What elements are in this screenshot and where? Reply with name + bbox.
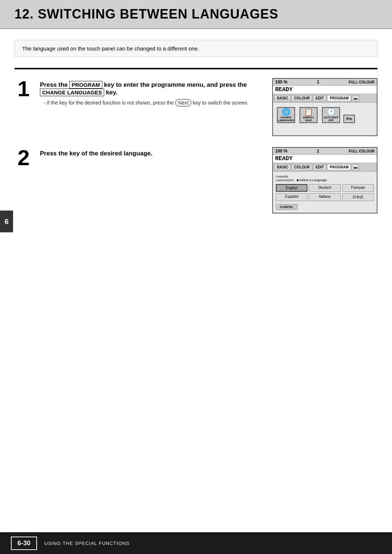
lang-italiano[interactable]: Italiano bbox=[309, 193, 340, 201]
screen-1-auto-shutoff-label: AUTO SHUT OFF bbox=[323, 116, 339, 122]
screen-2-tab-program[interactable]: PROGRAM bbox=[327, 164, 351, 170]
step-1-title-part1: Press the bbox=[40, 81, 69, 88]
page: 12. SWITCHING BETWEEN LANGUAGES The lang… bbox=[0, 0, 392, 554]
divider bbox=[15, 68, 377, 69]
step-2-title: Press the key of the desired language. bbox=[40, 150, 265, 157]
screen-1-energy-save-icon-box: 📋 ENERGY SAVE bbox=[299, 107, 318, 123]
screen-1-ready: READY bbox=[273, 86, 377, 94]
step-1-section: 1 Press the PROGRAM key to enter the pro… bbox=[15, 78, 377, 136]
screen-1-body: 🌐 CHANGELANGUAGES 📋 ENERGY SAVE bbox=[273, 103, 377, 135]
screen-1-auto-shutoff-btn[interactable]: 🕐 AUTO SHUT OFF bbox=[321, 107, 341, 123]
screen-2-mockup: 100 % 1 FULL COLOUR READY BASIC COLOUR E… bbox=[272, 147, 377, 213]
footer-text: USING THE SPECIAL FUNCTIONS bbox=[44, 541, 130, 546]
clock-icon: 🕐 bbox=[327, 108, 336, 115]
screen-2-tab-extra[interactable]: ▬ bbox=[352, 164, 359, 170]
screen-1-tab-colour[interactable]: COLOUR bbox=[291, 95, 312, 101]
page-number: 6-30 bbox=[11, 537, 37, 550]
lang-english[interactable]: English bbox=[276, 184, 307, 192]
breadcrumb-left: CHANGE LANGUAGES bbox=[276, 175, 294, 182]
lang-breadcrumb: CHANGE LANGUAGES ▶Select a Language bbox=[276, 175, 374, 182]
page-title: 12. SWITCHING BETWEEN LANGUAGES bbox=[15, 7, 377, 22]
step-1-number-container: 1 bbox=[15, 78, 33, 100]
bottom-bar: 6-30 USING THE SPECIAL FUNCTIONS bbox=[0, 532, 392, 554]
next-key: Next bbox=[175, 99, 192, 106]
screen-1-copies: 1 bbox=[317, 80, 319, 85]
screen-1-mockup: 100 % 1 FULL COLOUR READY BASIC COLOUR E… bbox=[272, 78, 377, 136]
step-2-section: 2 Press the key of the desired language.… bbox=[15, 147, 377, 213]
intro-box: The language used on the touch panel can… bbox=[15, 40, 377, 57]
lang-deutsch[interactable]: Deutsch bbox=[309, 184, 340, 192]
screen-1-energy-save-label: ENERGY SAVE bbox=[300, 116, 317, 122]
screen-1-auto-shutoff-icon-box: 🕐 AUTO SHUT OFF bbox=[322, 107, 340, 123]
screen-1-status-bar: 100 % 1 FULL COLOUR bbox=[273, 79, 377, 86]
screen-2-tab-basic[interactable]: BASIC bbox=[274, 164, 291, 170]
screen-1-tab-basic[interactable]: BASIC bbox=[274, 95, 291, 101]
lang-espanol[interactable]: Español bbox=[276, 193, 307, 201]
screen-1-tab-program[interactable]: PROGRAM bbox=[327, 95, 351, 101]
lang-francais[interactable]: Français bbox=[342, 184, 374, 192]
cancel-button[interactable]: CANCEL bbox=[276, 204, 298, 210]
screen-1-colour: FULL COLOUR bbox=[349, 80, 375, 84]
intro-text: The language used on the touch panel can… bbox=[22, 45, 199, 52]
globe-icon: 🌐 bbox=[282, 108, 291, 115]
language-grid: English Deutsch Français Español Italian… bbox=[276, 184, 374, 201]
content: The language used on the touch panel can… bbox=[0, 29, 392, 239]
step-1-note-part2: key to switch the screen. bbox=[191, 100, 248, 106]
screen-1-tab-edit[interactable]: EDIT bbox=[313, 95, 326, 101]
breadcrumb-right: ▶Select a Language bbox=[297, 178, 327, 182]
step-1-title-part2: key to enter the programme menu, and pre… bbox=[102, 81, 247, 88]
screen-1-icons-row: 🌐 CHANGELANGUAGES 📋 ENERGY SAVE bbox=[276, 107, 374, 123]
step-1-number: 1 bbox=[17, 78, 29, 100]
step-1-note: - If the key for the desired function is… bbox=[40, 99, 265, 106]
screen-2-tab-colour[interactable]: COLOUR bbox=[291, 164, 312, 170]
screen-2-body: CHANGE LANGUAGES ▶Select a Language Engl… bbox=[273, 172, 377, 213]
energy-save-icon: 📋 bbox=[304, 108, 313, 115]
screen-2-tabs: BASIC COLOUR EDIT PROGRAM ▬ bbox=[273, 163, 377, 172]
screen-1-tabs: BASIC COLOUR EDIT PROGRAM ▬ bbox=[273, 94, 377, 103]
side-tab: 6 bbox=[0, 211, 13, 232]
step-1-title: Press the PROGRAM key to enter the progr… bbox=[40, 81, 265, 96]
screen-1-tab-extra[interactable]: ▬ bbox=[352, 95, 359, 101]
screen-1-percent: 100 % bbox=[275, 80, 287, 85]
step-1-note-part1: - If the key for the desired function is… bbox=[44, 100, 175, 106]
step-2-content: Press the key of the desired language. bbox=[40, 147, 265, 160]
screen-2-ready: READY bbox=[273, 155, 377, 163]
screen-2-percent: 100 % bbox=[275, 148, 287, 154]
screen-2-copies: 1 bbox=[317, 148, 319, 154]
screen-1-change-languages-btn[interactable]: 🌐 CHANGELANGUAGES bbox=[276, 107, 296, 123]
program-key: PROGRAM bbox=[69, 81, 102, 89]
screen-2-colour: FULL COLOUR bbox=[349, 149, 375, 153]
step-1-title-part3: key. bbox=[104, 89, 118, 96]
page-header: 12. SWITCHING BETWEEN LANGUAGES bbox=[0, 0, 392, 29]
screen-1-pre-button[interactable]: Pre bbox=[343, 115, 355, 123]
screen-2-tab-edit[interactable]: EDIT bbox=[313, 164, 326, 170]
step-2-number-container: 2 bbox=[15, 147, 33, 169]
step-2-number: 2 bbox=[17, 147, 29, 169]
lang-japanese[interactable]: 日本語 bbox=[342, 193, 374, 201]
screen-1-change-languages-icon-box: 🌐 CHANGELANGUAGES bbox=[277, 107, 295, 123]
change-languages-key: CHANGE LANGUAGES bbox=[40, 89, 104, 96]
screen-1-change-languages-label: CHANGELANGUAGES bbox=[278, 116, 294, 122]
step-1-content: Press the PROGRAM key to enter the progr… bbox=[40, 78, 265, 106]
screen-1-energy-save-btn[interactable]: 📋 ENERGY SAVE bbox=[298, 107, 319, 123]
screen-2-status-bar: 100 % 1 FULL COLOUR bbox=[273, 148, 377, 155]
